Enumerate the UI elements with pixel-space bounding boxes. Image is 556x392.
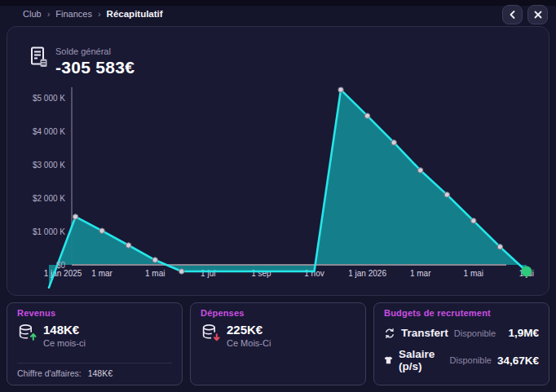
budgets-card: Budgets de recrutement TransfertDisponib…	[373, 302, 549, 385]
breadcrumb-item-club[interactable]: Club	[23, 9, 42, 19]
budgets-title: Budgets de recrutement	[384, 308, 539, 318]
x-tick-label: 1 mai	[464, 269, 483, 278]
budget-label: Salaire (p/s)	[399, 348, 444, 372]
data-point	[126, 243, 130, 248]
budget-row-transfert: TransfertDisponible1,9M€	[384, 323, 539, 344]
revenus-title: Revenus	[17, 308, 172, 318]
breadcrumb: Club › Finances › Récapitulatif	[23, 9, 163, 19]
depenses-value: 225K€	[227, 323, 271, 337]
budget-rows: TransfertDisponible1,9M€Salaire (p/s)Dis…	[384, 323, 539, 377]
budget-status: Disponible	[454, 328, 496, 338]
y-tick-label: $3 000 K	[11, 161, 65, 170]
window-controls	[502, 5, 548, 24]
data-point	[364, 113, 369, 118]
data-point	[152, 258, 157, 262]
y-tick-label: $0	[11, 261, 65, 270]
x-tick-label: 1 jan 2026	[348, 269, 386, 278]
chiffre-affaires-value: 148K€	[88, 368, 113, 378]
depenses-card: Dépenses 225K€ Ce Mois-Ci	[190, 302, 366, 385]
balance-chart[interactable]: 1 jan 20251 mar1 mai1 jui1 sep1 nov1 jan…	[11, 82, 546, 290]
chevron-left-icon	[507, 9, 518, 20]
budget-value: 1,9M€	[508, 327, 539, 339]
x-tick-label: 1 mar	[410, 269, 431, 278]
budget-status: Disponible	[450, 355, 492, 365]
y-tick-label: $2 000 K	[11, 194, 65, 203]
report-icon	[30, 46, 49, 68]
budget-label: Transfert	[401, 327, 448, 339]
transfer-icon	[384, 328, 395, 339]
chevron-separator-icon: ›	[47, 9, 51, 19]
balance-header: Solde général -305 583€	[30, 46, 135, 77]
depenses-subtitle: Ce Mois-Ci	[227, 338, 271, 348]
x-tick-label: 1 jui	[201, 269, 215, 278]
x-tick-label: 1 sep	[251, 269, 271, 278]
revenus-value: 148K€	[43, 323, 86, 337]
coins-up-icon	[17, 323, 38, 343]
data-point	[99, 228, 104, 233]
chart-canvas: 1 jan 20251 mar1 mai1 jui1 sep1 nov1 jan…	[11, 82, 546, 290]
data-point	[497, 244, 502, 249]
balance-value: -305 583€	[55, 58, 135, 77]
revenus-card: Revenus 148K€ Ce mois-ci Chiffre d'affai…	[7, 302, 183, 385]
data-point	[391, 140, 396, 145]
chiffre-affaires-label: Chiffre d'affaires:	[17, 368, 82, 378]
shirt-icon	[384, 355, 393, 366]
close-icon	[532, 9, 544, 20]
y-tick-label: $5 000 K	[11, 94, 65, 103]
x-tick-label: 1 mai	[145, 269, 165, 278]
coins-down-icon	[201, 323, 221, 343]
data-point	[179, 269, 184, 274]
area-fill	[49, 90, 527, 288]
x-tick-label: 1 mar	[91, 269, 113, 278]
revenus-footer: Chiffre d'affaires: 148K€	[17, 363, 172, 378]
data-point	[418, 168, 423, 173]
breadcrumb-item-finances[interactable]: Finances	[55, 9, 92, 19]
finances-summary-panel: Solde général -305 583€ 1 jan 20251 mar1…	[7, 26, 549, 296]
divider	[17, 363, 172, 363]
data-point	[73, 214, 77, 219]
breadcrumb-item-recapitulatif: Récapitulatif	[107, 9, 163, 19]
budget-value: 34,67K€	[497, 355, 539, 367]
budget-row-salaire-p-s-: Salaire (p/s)Disponible34,67K€	[384, 344, 539, 377]
depenses-title: Dépenses	[201, 308, 355, 318]
x-tick-label: 1 jan 2025	[44, 269, 82, 278]
current-data-point	[521, 266, 532, 276]
cutoff-top-strip	[0, 0, 556, 6]
balance-label: Solde général	[55, 46, 135, 56]
data-point	[471, 218, 476, 223]
y-tick-label: $4 000 K	[11, 127, 65, 136]
chevron-separator-icon: ›	[98, 9, 101, 19]
finance-cards-row: Revenus 148K€ Ce mois-ci Chiffre d'affai…	[7, 302, 549, 385]
revenus-subtitle: Ce mois-ci	[43, 338, 86, 348]
data-point	[338, 87, 343, 92]
back-button[interactable]	[502, 5, 523, 24]
y-tick-label: $1 000 K	[11, 227, 65, 236]
close-button[interactable]	[527, 5, 548, 24]
data-point	[444, 192, 449, 197]
